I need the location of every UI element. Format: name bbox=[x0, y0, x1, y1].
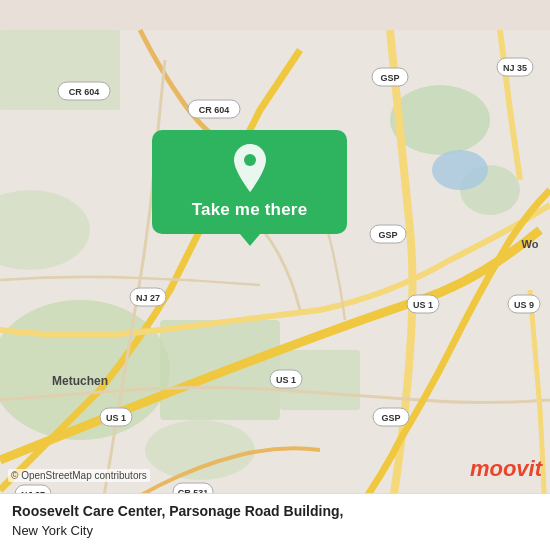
svg-text:CR 604: CR 604 bbox=[69, 87, 100, 97]
map-container: CR 604 CR 604 GSP GSP GSP NJ 35 NJ 27 NJ… bbox=[0, 0, 550, 550]
svg-text:Wo: Wo bbox=[522, 238, 539, 250]
location-info-bar: Roosevelt Care Center, Parsonage Road Bu… bbox=[0, 493, 550, 550]
svg-point-9 bbox=[432, 150, 488, 190]
map-attribution: © OpenStreetMap contributors bbox=[8, 469, 150, 482]
svg-text:GSP: GSP bbox=[381, 413, 400, 423]
location-pin-icon bbox=[231, 144, 269, 192]
svg-text:GSP: GSP bbox=[378, 230, 397, 240]
svg-point-8 bbox=[145, 420, 255, 480]
cta-label: Take me there bbox=[192, 200, 308, 220]
svg-text:CR 604: CR 604 bbox=[199, 105, 230, 115]
svg-text:US 1: US 1 bbox=[106, 413, 126, 423]
svg-text:NJ 35: NJ 35 bbox=[503, 63, 527, 73]
svg-text:Metuchen: Metuchen bbox=[52, 374, 108, 388]
map-background: CR 604 CR 604 GSP GSP GSP NJ 35 NJ 27 NJ… bbox=[0, 0, 550, 550]
moovit-logo: moovit bbox=[470, 456, 542, 482]
location-city: New York City bbox=[12, 522, 538, 540]
take-me-there-button[interactable]: Take me there bbox=[152, 130, 347, 234]
svg-text:GSP: GSP bbox=[380, 73, 399, 83]
svg-text:US 9: US 9 bbox=[514, 300, 534, 310]
svg-text:US 1: US 1 bbox=[413, 300, 433, 310]
svg-text:NJ 27: NJ 27 bbox=[136, 293, 160, 303]
svg-text:US 1: US 1 bbox=[276, 375, 296, 385]
location-name: Roosevelt Care Center, Parsonage Road Bu… bbox=[12, 502, 538, 522]
svg-point-38 bbox=[244, 154, 256, 166]
